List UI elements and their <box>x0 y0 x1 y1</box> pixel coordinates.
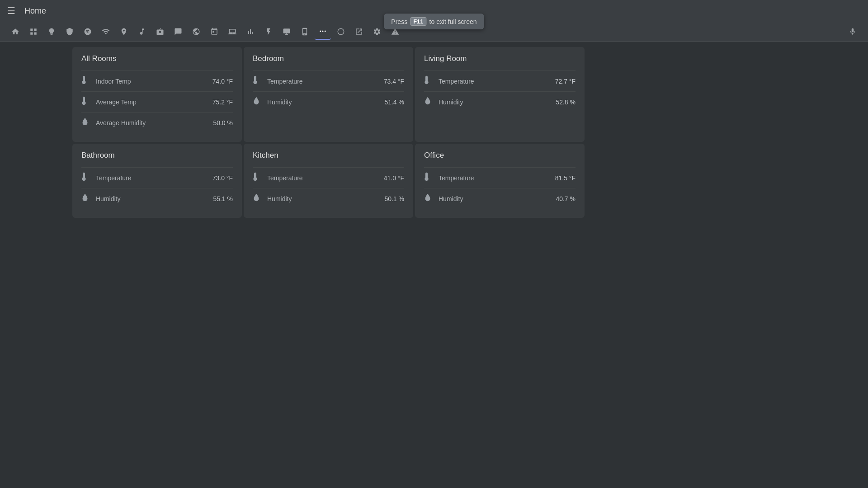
nav-grid-icon[interactable] <box>25 23 42 40</box>
key-badge: F11 <box>410 17 426 26</box>
svg-point-7 <box>338 28 344 35</box>
nav-shield-icon[interactable] <box>61 23 78 40</box>
nav-external-icon[interactable] <box>351 23 367 40</box>
thermometer-icon <box>81 96 94 108</box>
tooltip-prefix: Press <box>391 18 407 25</box>
table-row: Temperature 81.5 °F <box>424 167 576 188</box>
nav-map-icon[interactable] <box>116 23 132 40</box>
nav-music-icon[interactable] <box>134 23 150 40</box>
table-row: Humidity 50.1 % <box>253 188 404 209</box>
row-value: 41.0 °F <box>384 174 404 182</box>
row-value: 50.1 % <box>384 195 404 202</box>
row-value: 75.2 °F <box>212 99 233 106</box>
card-office: Office Temperature 81.5 °F Humidity 40.7… <box>415 144 585 218</box>
row-value: 50.0 % <box>213 119 233 127</box>
row-label: Temperature <box>267 78 384 85</box>
tooltip-suffix: to exit full screen <box>429 18 477 25</box>
nav-settings-icon[interactable] <box>369 23 385 40</box>
table-row: Humidity 51.4 % <box>253 91 404 112</box>
row-label: Temperature <box>96 174 212 182</box>
table-row: Temperature 41.0 °F <box>253 167 404 188</box>
row-value: 74.0 °F <box>212 78 233 85</box>
svg-rect-1 <box>283 28 290 33</box>
thermometer-icon <box>81 172 94 183</box>
fullscreen-tooltip: Press F11 to exit full screen <box>384 14 484 29</box>
nav-browser-icon[interactable] <box>188 23 204 40</box>
row-label: Humidity <box>267 99 384 106</box>
nav-device1-icon[interactable] <box>278 23 295 40</box>
thermometer-icon <box>253 172 265 183</box>
nav-monitor-icon[interactable] <box>224 23 241 40</box>
table-row: Indoor Temp 74.0 °F <box>81 70 233 91</box>
svg-point-4 <box>320 30 321 32</box>
row-label: Temperature <box>439 78 555 85</box>
thermometer-icon <box>424 75 437 87</box>
row-label: Humidity <box>439 99 556 106</box>
humidity-icon <box>253 96 265 108</box>
card-kitchen-title: Kitchen <box>253 151 404 160</box>
nav-chat-icon[interactable] <box>170 23 186 40</box>
card-living-room-title: Living Room <box>424 54 576 63</box>
row-label: Temperature <box>439 174 555 182</box>
humidity-icon <box>81 117 94 128</box>
svg-point-6 <box>325 30 326 32</box>
thermometer-icon <box>424 172 437 183</box>
row-value: 55.1 % <box>213 195 233 202</box>
card-bedroom-title: Bedroom <box>253 54 404 63</box>
app-title: Home <box>24 6 46 16</box>
nav-mic-icon[interactable] <box>844 23 861 40</box>
nav-device2-icon[interactable] <box>297 23 313 40</box>
card-all-rooms: All Rooms Indoor Temp 74.0 °F Average Te… <box>72 47 242 142</box>
nav-calendar-icon[interactable] <box>206 23 222 40</box>
row-value: 40.7 % <box>556 195 576 202</box>
row-value: 73.0 °F <box>212 174 233 182</box>
row-label: Humidity <box>267 195 384 202</box>
card-office-title: Office <box>424 151 576 160</box>
row-label: Temperature <box>267 174 384 182</box>
table-row: Temperature 72.7 °F <box>424 70 576 91</box>
nav-chart-icon[interactable] <box>242 23 259 40</box>
nav-radio-icon[interactable] <box>152 23 168 40</box>
menu-icon[interactable]: ☰ <box>7 5 15 16</box>
nav-home-icon[interactable] <box>7 23 24 40</box>
table-row: Average Humidity 50.0 % <box>81 112 233 133</box>
svg-point-5 <box>322 30 324 32</box>
row-value: 73.4 °F <box>384 78 404 85</box>
nav-network-icon[interactable] <box>98 23 114 40</box>
card-bathroom-title: Bathroom <box>81 151 233 160</box>
card-kitchen: Kitchen Temperature 41.0 °F Humidity 50.… <box>244 144 413 218</box>
main-content: All Rooms Indoor Temp 74.0 °F Average Te… <box>0 43 868 221</box>
table-row: Average Temp 75.2 °F <box>81 91 233 112</box>
table-row: Humidity 55.1 % <box>81 188 233 209</box>
card-bedroom: Bedroom Temperature 73.4 °F Humidity 51.… <box>244 47 413 142</box>
row-value: 72.7 °F <box>555 78 576 85</box>
humidity-icon <box>81 193 94 204</box>
table-row: Temperature 73.0 °F <box>81 167 233 188</box>
card-all-rooms-title: All Rooms <box>81 54 233 63</box>
row-label: Average Temp <box>96 99 212 106</box>
humidity-icon <box>424 193 437 204</box>
nav-zap-icon[interactable] <box>260 23 277 40</box>
row-label: Indoor Temp <box>96 78 212 85</box>
thermometer-icon <box>81 75 94 87</box>
row-label: Humidity <box>439 195 556 202</box>
table-row: Humidity 52.8 % <box>424 91 576 112</box>
nav-bulb-icon[interactable] <box>43 23 60 40</box>
nav-spotify-icon[interactable] <box>80 23 96 40</box>
table-row: Humidity 40.7 % <box>424 188 576 209</box>
humidity-icon <box>253 193 265 204</box>
row-value: 52.8 % <box>556 99 576 106</box>
card-living-room: Living Room Temperature 72.7 °F Humidity… <box>415 47 585 142</box>
row-value: 81.5 °F <box>555 174 576 182</box>
table-row: Temperature 73.4 °F <box>253 70 404 91</box>
thermometer-icon <box>253 75 265 87</box>
nav-circle-icon[interactable] <box>333 23 349 40</box>
nav-dots-icon[interactable] <box>315 23 331 40</box>
card-bathroom: Bathroom Temperature 73.0 °F Humidity 55… <box>72 144 242 218</box>
humidity-icon <box>424 96 437 108</box>
row-value: 51.4 % <box>384 99 404 106</box>
row-label: Average Humidity <box>96 119 213 127</box>
row-label: Humidity <box>96 195 213 202</box>
